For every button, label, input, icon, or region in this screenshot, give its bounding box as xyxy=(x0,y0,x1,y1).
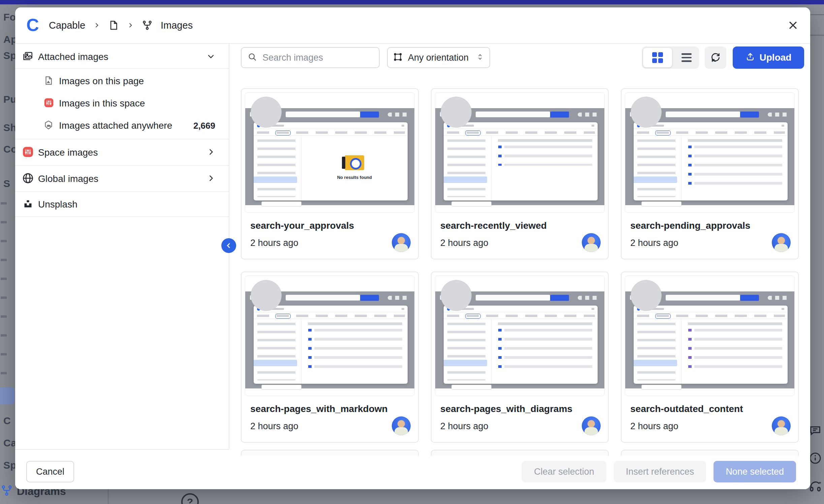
footer-divider xyxy=(15,449,229,450)
comment-icon[interactable] xyxy=(809,424,823,437)
thumbnail-avatar-placeholder xyxy=(441,280,472,311)
background-divider xyxy=(108,489,108,504)
sidebar-item-images-in-this-space[interactable]: Images in this space xyxy=(15,92,229,115)
sidebar-item-images-attached-anywhere[interactable]: Images attached anywhere 2,669 xyxy=(15,115,229,137)
card-thumbnail[interactable] xyxy=(245,276,415,396)
card-thumbnail[interactable] xyxy=(625,92,795,213)
chevron-right-icon xyxy=(127,22,134,29)
sidebar-item-unsplash[interactable]: Unsplash xyxy=(15,193,229,216)
background-sidebar-item: Sh xyxy=(3,122,17,133)
grid-icon xyxy=(652,52,663,63)
assistant-listen-icon[interactable] xyxy=(809,479,823,493)
upload-button[interactable]: Upload xyxy=(733,46,804,69)
divider xyxy=(15,216,229,217)
grid-view-button[interactable] xyxy=(643,48,672,67)
attached-images-icon xyxy=(22,51,33,63)
image-picker-dialog: C Capable Images xyxy=(15,7,810,489)
help-icon: ? xyxy=(181,493,199,504)
capable-logo: C xyxy=(25,17,41,33)
uploader-avatar xyxy=(582,233,601,252)
branch-icon xyxy=(1,484,13,498)
unsplash-icon xyxy=(23,199,33,210)
image-title: search-pages_with_markdown xyxy=(250,404,388,414)
sidebar-item-space-images[interactable]: Space images xyxy=(15,141,229,164)
orientation-icon xyxy=(393,52,403,63)
image-card: search-pages_with_diagrams 2 hours ago xyxy=(431,272,609,443)
screen: Fo Ap Sp Pu Sh Co S C Ca Sp Diagrams ? xyxy=(0,0,824,504)
page-image-icon xyxy=(43,75,54,87)
search-icon xyxy=(248,52,257,63)
thumbnail-avatar-placeholder xyxy=(631,97,662,128)
image-title: search-pending_approvals xyxy=(630,220,750,231)
image-timestamp: 2 hours ago xyxy=(250,421,298,432)
breadcrumb-app[interactable]: Capable xyxy=(49,20,85,31)
image-card: search-pages_with_markdown 2 hours ago xyxy=(241,272,419,443)
uploader-avatar xyxy=(392,416,411,435)
breadcrumb-current: Images xyxy=(161,20,193,31)
uploader-avatar xyxy=(582,416,601,435)
info-icon[interactable] xyxy=(809,451,823,465)
selection-status-button[interactable]: None selected xyxy=(714,461,796,482)
collapse-sidebar-button[interactable] xyxy=(221,238,236,253)
divider xyxy=(15,165,229,166)
insert-references-button[interactable]: Insert references xyxy=(614,461,706,482)
background-sidebar-item: S xyxy=(3,178,10,189)
clear-selection-button[interactable]: Clear selection xyxy=(522,461,606,482)
image-card: No results found search-your_approvals 2… xyxy=(241,88,419,259)
no-results-text: No results found xyxy=(302,175,408,180)
image-card-partial xyxy=(621,450,799,456)
sidebar-item-global-images[interactable]: Global images xyxy=(15,167,229,191)
card-thumbnail[interactable]: No results found xyxy=(245,92,415,213)
uploader-avatar xyxy=(772,233,791,252)
image-timestamp: 2 hours ago xyxy=(630,238,678,248)
sidebar-item-label: Space images xyxy=(38,147,98,158)
image-title: search-outdated_content xyxy=(630,404,743,414)
chevron-right-icon xyxy=(207,148,215,158)
sidebar-item-images-on-this-page[interactable]: Images on this page xyxy=(15,70,229,92)
chevron-right-icon xyxy=(207,174,215,184)
background-top-bar xyxy=(0,0,824,4)
background-sidebar-item: Ca xyxy=(3,437,17,449)
orientation-select[interactable]: Any orientation xyxy=(387,47,490,68)
image-timestamp: 2 hours ago xyxy=(440,238,488,248)
chevron-down-icon[interactable] xyxy=(207,52,215,62)
image-card-partial xyxy=(431,450,609,456)
cancel-button[interactable]: Cancel xyxy=(26,461,74,482)
dialog-footer: Cancel Clear selection Insert references… xyxy=(15,456,810,489)
image-card: search-pending_approvals 2 hours ago xyxy=(621,88,799,259)
background-sidebar-item: C xyxy=(3,415,11,427)
sidebar-item-label: Images in this space xyxy=(59,98,145,109)
image-timestamp: 2 hours ago xyxy=(440,421,488,432)
globe-icon xyxy=(22,172,34,186)
card-thumbnail[interactable] xyxy=(625,276,795,396)
search-input[interactable] xyxy=(262,53,363,63)
sidebar-group-attached-images[interactable]: Attached images xyxy=(15,46,229,67)
dialog-header: C Capable Images xyxy=(15,7,810,43)
image-card: search-recently_viewed 2 hours ago xyxy=(431,88,609,259)
sidebar-item-label: Images attached anywhere xyxy=(59,120,172,131)
background-sidebar-list xyxy=(1,202,7,387)
divider xyxy=(15,68,229,69)
image-card-partial xyxy=(241,450,419,456)
background-selected-item xyxy=(0,387,15,404)
branch-icon xyxy=(142,20,153,31)
page-icon[interactable] xyxy=(108,20,119,31)
anywhere-images-icon xyxy=(43,120,54,131)
divider xyxy=(15,139,229,139)
image-timestamp: 2 hours ago xyxy=(630,421,678,432)
card-thumbnail[interactable] xyxy=(435,92,605,213)
thumbnail-avatar-placeholder xyxy=(251,97,282,128)
refresh-button[interactable] xyxy=(705,46,726,69)
image-card: search-outdated_content 2 hours ago xyxy=(621,272,799,443)
list-view-button[interactable] xyxy=(682,46,692,69)
uploader-avatar xyxy=(392,233,411,252)
card-thumbnail[interactable] xyxy=(435,276,605,396)
no-results-icon xyxy=(345,155,364,170)
thumbnail-avatar-placeholder xyxy=(251,280,282,311)
thumbnail-avatar-placeholder xyxy=(441,97,472,128)
uploader-avatar xyxy=(772,416,791,435)
close-icon[interactable] xyxy=(787,20,799,31)
sidebar-item-label: Global images xyxy=(38,174,98,184)
background-sidebar-item: Fo xyxy=(3,11,16,23)
background-sidebar-item: Sp xyxy=(3,460,17,471)
